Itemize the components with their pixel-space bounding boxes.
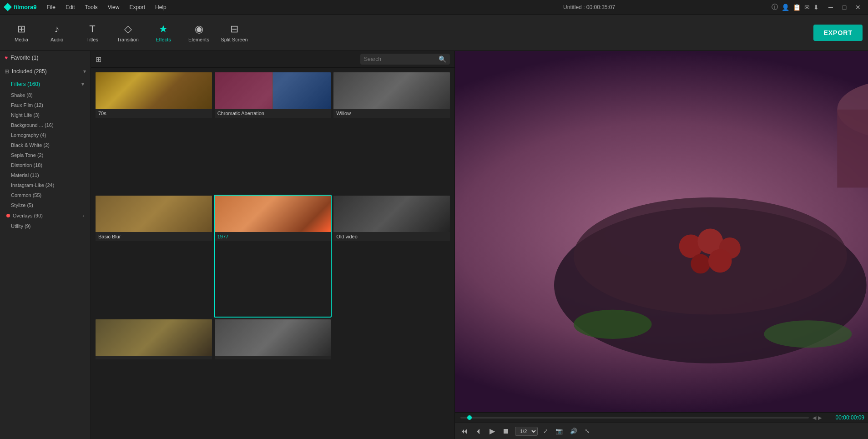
effect-label-basic-blur: Basic Blur <box>96 232 212 241</box>
filter-sepia-tone[interactable]: Sepia Tone (2) <box>0 150 91 160</box>
filter-night-life[interactable]: Night Life (3) <box>0 110 91 120</box>
toolbar-audio[interactable]: ♪ Audio <box>41 17 73 48</box>
fullscreen-icon[interactable]: ⤢ <box>541 427 550 435</box>
effect-old-video[interactable]: Old video <box>333 195 451 317</box>
download-icon[interactable]: ⬇ <box>813 4 819 11</box>
effect-70s[interactable]: 70s <box>95 71 213 194</box>
included-label: Included (285) <box>12 68 47 75</box>
close-button[interactable]: ✕ <box>852 2 864 12</box>
dot-icon <box>6 214 10 217</box>
filters-chevron: ▾ <box>81 81 84 87</box>
toolbar-effects[interactable]: ★ Effects <box>147 17 179 48</box>
effect-thumb-extra2 <box>215 319 331 356</box>
favorite-section[interactable]: ♥ Favorite (1) <box>0 51 91 65</box>
included-section[interactable]: ⊞ Included (285) ▾ <box>0 65 91 78</box>
maximize-button[interactable]: □ <box>838 2 851 12</box>
rewind-to-start-button[interactable]: ⏮ <box>459 426 469 436</box>
filter-instagram[interactable]: Instagram-Like (24) <box>0 180 91 190</box>
media-icon: ⊞ <box>17 23 25 35</box>
notes-icon[interactable]: 📋 <box>793 4 801 11</box>
toolbar-titles[interactable]: T Titles <box>76 17 108 48</box>
left-panel: ♥ Favorite (1) ⊞ Included (285) ▾ Filter… <box>0 51 91 439</box>
quality-select[interactable]: 1/2 <box>515 427 538 436</box>
utility-section[interactable]: Utility (9) <box>0 221 91 231</box>
filter-black-white[interactable]: Black & White (2) <box>0 140 91 150</box>
next-frame-icon[interactable]: ▶ <box>818 415 822 421</box>
filters-section[interactable]: Filters (160) ▾ <box>0 78 91 90</box>
toolbar-transition[interactable]: ◇ Transition <box>112 17 144 48</box>
preview-video <box>455 51 868 412</box>
play-button[interactable]: ▶ <box>488 426 497 436</box>
filter-material[interactable]: Material (11) <box>0 170 91 180</box>
grid-icon: ⊞ <box>5 68 9 75</box>
preview-svg <box>455 51 868 412</box>
toolbar-media[interactable]: ⊞ Media <box>5 17 37 48</box>
svg-point-7 <box>708 249 732 273</box>
snapshot-icon[interactable]: 📷 <box>554 427 565 435</box>
filter-distortion[interactable]: Distortion (18) <box>0 160 91 170</box>
filter-background[interactable]: Background ... (16) <box>0 120 91 130</box>
titles-icon: T <box>89 23 95 35</box>
effect-label-70s: 70s <box>96 109 212 118</box>
minimize-button[interactable]: ─ <box>824 2 837 12</box>
effect-basic-blur[interactable]: Basic Blur <box>95 195 213 317</box>
menu-file[interactable]: File <box>42 2 60 12</box>
preview-content <box>455 51 868 412</box>
scrubber-thumb <box>467 415 472 420</box>
transition-icon: ◇ <box>124 23 132 35</box>
effect-1977[interactable]: 1977 <box>214 195 332 317</box>
volume-icon[interactable]: 🔊 <box>568 427 579 435</box>
filter-common[interactable]: Common (55) <box>0 190 91 200</box>
filter-stylize[interactable]: Stylize (5) <box>0 200 91 210</box>
effect-label-chromatic: Chromatic Aberration <box>215 109 331 118</box>
menu-help[interactable]: Help <box>151 2 171 12</box>
titlebar: filmora9 File Edit Tools View Export Hel… <box>0 0 868 15</box>
effects-toolbar: ⊞ 🔍 <box>91 51 454 68</box>
overlays-label: Overlays (90) <box>13 213 43 218</box>
toolbar-elements[interactable]: ◉ Elements <box>183 17 215 48</box>
prev-frame-icon[interactable]: ◀ <box>812 415 816 421</box>
step-back-button[interactable]: ⏴ <box>473 426 484 436</box>
effect-label-willow: Willow <box>333 109 450 118</box>
effect-extra1[interactable] <box>95 318 213 435</box>
overlays-arrow: › <box>82 213 84 218</box>
effect-extra2[interactable] <box>214 318 332 435</box>
toolbar-split-screen[interactable]: ⊟ Split Screen <box>218 17 250 48</box>
effect-thumb-willow <box>333 72 450 109</box>
titles-label: Titles <box>86 37 98 42</box>
overlays-section[interactable]: Overlays (90) › <box>0 210 91 221</box>
search-container: 🔍 <box>360 54 450 65</box>
effects-panel: ⊞ 🔍 70s Chromatic Aberration <box>91 51 455 439</box>
playback-controls: ⏮ ⏴ ▶ ⏹ 1/2 ⤢ 📷 🔊 ⤡ <box>455 423 868 439</box>
menu-export[interactable]: Export <box>125 2 150 12</box>
heart-icon: ♥ <box>5 55 8 61</box>
menu-bar: File Edit Tools View Export Help <box>42 2 407 12</box>
effect-label-1977: 1977 <box>215 232 331 241</box>
info-icon[interactable]: ⓘ <box>772 3 778 11</box>
menu-tools[interactable]: Tools <box>81 2 102 12</box>
favorite-label: Favorite (1) <box>10 55 38 61</box>
effect-thumb-70s <box>96 72 212 109</box>
export-button[interactable]: EXPORT <box>813 25 863 41</box>
effect-chromatic[interactable]: Chromatic Aberration <box>214 71 332 194</box>
view-grid-icon[interactable]: ⊞ <box>96 55 101 64</box>
app-logo: filmora9 <box>4 3 37 11</box>
stop-button[interactable]: ⏹ <box>500 426 511 436</box>
effects-label: Effects <box>156 37 171 42</box>
expand-icon[interactable]: ⤡ <box>583 427 591 435</box>
effect-willow[interactable]: Willow <box>333 71 451 194</box>
menu-edit[interactable]: Edit <box>61 2 80 12</box>
menu-view[interactable]: View <box>103 2 124 12</box>
mail-icon[interactable]: ✉ <box>804 4 810 11</box>
preview-scrubber[interactable] <box>460 417 809 419</box>
user-icon[interactable]: 👤 <box>782 4 789 11</box>
preview-right-controls: 1/2 ⤢ 📷 🔊 ⤡ <box>515 427 591 436</box>
search-input[interactable] <box>364 56 437 62</box>
elements-icon: ◉ <box>195 23 203 35</box>
filter-faux-film[interactable]: Faux Film (12) <box>0 100 91 110</box>
filter-lomography[interactable]: Lomography (4) <box>0 130 91 140</box>
effect-thumb-1977 <box>215 196 331 232</box>
title-right-icons: ⓘ 👤 📋 ✉ ⬇ <box>772 3 819 11</box>
window-title: Untitled : 00:00:35:07 <box>407 4 772 10</box>
filter-shake[interactable]: Shake (8) <box>0 90 91 100</box>
